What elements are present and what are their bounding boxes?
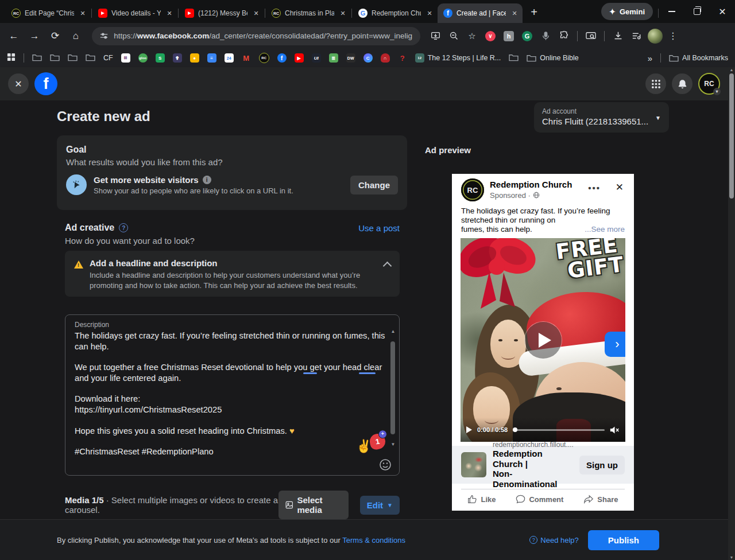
bookmark-folder-icon[interactable] <box>509 53 519 63</box>
slack-bookmark-icon[interactable]: ⌗ <box>121 53 130 63</box>
see-more-link[interactable]: ...See more <box>585 225 625 234</box>
profile-avatar-rc[interactable]: RC▾ <box>698 73 720 95</box>
bookmark-cf[interactable]: CF <box>103 54 113 62</box>
tab-redemption-search[interactable]: G Redemption Chu ✕ <box>353 3 438 23</box>
muted-volume-icon[interactable] <box>610 426 620 434</box>
bookmark-folder-icon[interactable] <box>50 53 60 63</box>
comment-button[interactable]: Comment <box>516 495 563 504</box>
url-bar[interactable]: https://www.facebook.com/ad_center/creat… <box>92 27 420 45</box>
facebook-logo[interactable]: f <box>34 72 57 95</box>
zoom-out-icon[interactable] <box>447 29 461 43</box>
bookmark-online-bible[interactable]: Online Bible <box>527 54 578 62</box>
change-goal-button[interactable]: Change <box>350 176 398 195</box>
install-app-icon[interactable] <box>428 29 442 43</box>
collapse-chevron-icon[interactable] <box>383 262 392 271</box>
c-bookmark-icon[interactable]: C <box>363 53 373 63</box>
tab-edit-page[interactable]: RC Edit Page “Christ ✕ <box>6 3 91 23</box>
close-ad-center-button[interactable]: ✕ <box>8 73 29 94</box>
home-icon[interactable]: ⌂ <box>68 28 84 44</box>
tab-messy[interactable]: (1212) Messy Be ✕ <box>179 3 264 23</box>
post-menu-icon[interactable]: ••• <box>588 183 601 193</box>
scrollbar-thumb[interactable] <box>390 341 395 434</box>
docs-bookmark-icon[interactable]: ≡ <box>207 53 216 63</box>
bookmarks-overflow-chevron[interactable]: » <box>648 53 652 63</box>
reading-list-icon[interactable] <box>629 29 643 43</box>
minimize-button[interactable] <box>659 2 684 21</box>
rc-bookmark-icon[interactable]: RC <box>259 53 269 63</box>
ad-account-dropdown[interactable]: Ad account Chris Fluitt (22181339651... … <box>534 102 669 133</box>
browser-menu-icon[interactable]: ⋮ <box>667 30 679 41</box>
youtube-bookmark-icon[interactable]: ▶ <box>295 53 304 63</box>
bookmark-star-icon[interactable]: ☆ <box>465 29 479 43</box>
url-text[interactable]: https://www.facebook.com/ad_center/creat… <box>114 32 412 40</box>
headline-warning-card[interactable]: ! Add a headline and description Include… <box>65 251 400 297</box>
scrollbar-thumb[interactable] <box>729 73 734 199</box>
gloo-bookmark-icon[interactable]: gloo <box>138 53 148 63</box>
new-tab-button[interactable]: + <box>526 5 542 21</box>
tab-close-icon[interactable]: ✕ <box>78 9 87 18</box>
downloads-icon[interactable] <box>611 29 625 43</box>
page-avatar-rc[interactable]: RC <box>461 178 484 201</box>
scroll-down-icon[interactable]: ▼ <box>728 555 735 559</box>
description-textarea[interactable]: Description The holidays get crazy fast.… <box>65 314 400 476</box>
scroll-down-icon[interactable]: ▼ <box>390 442 396 447</box>
post-close-icon[interactable]: ✕ <box>616 181 624 193</box>
pocket-extension-icon[interactable]: ∨ <box>483 29 497 43</box>
facebook-bookmark-icon[interactable]: f <box>277 53 287 63</box>
reload-icon[interactable]: ⟳ <box>47 28 63 44</box>
terms-link[interactable]: Terms & conditions <box>342 536 405 545</box>
bookmark-folder-icon[interactable] <box>86 53 95 63</box>
select-media-button[interactable]: Select media <box>278 491 349 519</box>
tab-create-ad-active[interactable]: f Create ad | Facel ✕ <box>438 3 523 23</box>
purple-bookmark-icon[interactable]: ✟ <box>173 53 182 63</box>
sign-up-button[interactable]: Sign up <box>579 456 625 475</box>
microphone-icon[interactable] <box>539 29 552 43</box>
next-card-button[interactable]: › <box>605 332 625 357</box>
like-button[interactable]: Like <box>467 495 496 504</box>
gemini-button[interactable]: ✦ Gemini <box>601 3 653 20</box>
ui-bookmark-icon[interactable]: UI <box>312 53 321 63</box>
tab-close-icon[interactable]: ✕ <box>338 9 347 18</box>
tab-christmas-in-plano[interactable]: RC Christmas in Pla ✕ <box>266 3 351 23</box>
forward-icon[interactable]: → <box>26 28 42 44</box>
tab-close-icon[interactable]: ✕ <box>425 9 434 18</box>
scroll-up-icon[interactable]: ▲ <box>728 68 735 72</box>
bookmark-folder-icon[interactable] <box>68 53 78 63</box>
tab-close-icon[interactable]: ✕ <box>252 9 261 18</box>
textarea-scrollbar[interactable]: ▲ ▼ <box>390 329 396 462</box>
list-bookmark-icon[interactable]: ≣ <box>329 53 338 63</box>
page-scrollbar[interactable]: ▲ ▼ <box>728 67 735 560</box>
video-play-icon[interactable] <box>466 426 472 433</box>
share-button[interactable]: Share <box>583 495 618 504</box>
profile-avatar[interactable] <box>648 29 663 44</box>
dw-bookmark-icon[interactable]: DW <box>346 53 355 63</box>
tab-video-details[interactable]: Video details - Y ✕ <box>92 3 177 23</box>
publish-button[interactable]: Publish <box>588 530 659 550</box>
gmail-bookmark-icon[interactable]: M <box>242 53 251 63</box>
h-extension-icon[interactable]: h <box>502 29 516 43</box>
help-icon[interactable]: ? <box>119 223 128 232</box>
tab-close-icon[interactable]: ✕ <box>165 9 174 18</box>
use-a-post-link[interactable]: Use a post <box>358 223 400 233</box>
page-name[interactable]: Redemption Church <box>490 180 572 190</box>
description-text[interactable]: The holidays get crazy fast. If you’re f… <box>75 330 386 457</box>
close-window-button[interactable]: ✕ <box>710 2 735 21</box>
back-icon[interactable]: ← <box>6 28 22 44</box>
scroll-up-icon[interactable]: ▲ <box>390 329 396 334</box>
keep-bookmark-icon[interactable]: ● <box>190 53 199 63</box>
screen-search-icon[interactable] <box>584 29 598 43</box>
play-button-overlay[interactable] <box>525 322 562 359</box>
restore-button[interactable] <box>684 2 710 21</box>
video-preview[interactable]: FREEGIFT › 0:00 / 0:58 <box>461 238 625 442</box>
bookmark-folder-icon[interactable] <box>32 53 42 63</box>
info-icon[interactable]: i <box>203 176 211 184</box>
red-mark-bookmark-icon[interactable]: ? <box>398 53 407 63</box>
emoji-picker-button[interactable] <box>379 458 392 471</box>
tab-close-icon[interactable]: ✕ <box>510 9 519 18</box>
calendar-bookmark-icon[interactable]: 24 <box>225 53 234 63</box>
edit-media-button[interactable]: Edit▼ <box>360 496 400 515</box>
notifications-bell-button[interactable] <box>672 73 693 94</box>
red-headset-bookmark-icon[interactable]: ∩ <box>381 53 390 63</box>
video-progress-bar[interactable] <box>513 429 605 431</box>
all-bookmarks-button[interactable]: All Bookmarks <box>669 54 728 62</box>
